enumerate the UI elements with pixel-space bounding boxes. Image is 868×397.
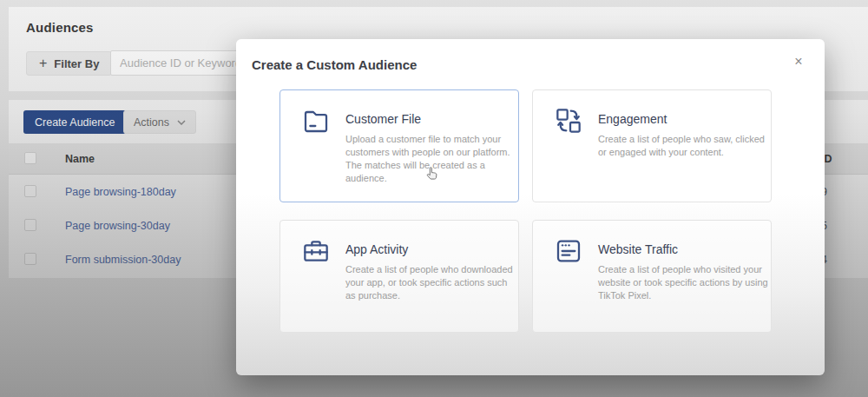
card-description: Create a list of people who saw, clicked… (598, 133, 770, 159)
website-traffic-card[interactable]: Website Traffic Create a list of people … (532, 220, 772, 333)
create-custom-audience-modal: Create a Custom Audience × Customer File… (236, 39, 825, 375)
card-title: Customer File (345, 112, 421, 126)
card-title: Engagement (598, 112, 667, 126)
card-title: App Activity (345, 242, 408, 256)
customer-file-card[interactable]: Customer File Upload a customer file to … (279, 89, 519, 202)
briefcase-icon (302, 237, 330, 265)
card-title: Website Traffic (598, 242, 678, 256)
app-activity-card[interactable]: App Activity Create a list of people who… (279, 220, 519, 333)
engagement-swap-icon (555, 107, 582, 135)
browser-window-icon (555, 237, 582, 265)
folder-icon (302, 107, 330, 135)
modal-title: Create a Custom Audience (252, 57, 417, 72)
card-description: Create a list of people who visited your… (598, 263, 770, 302)
engagement-card[interactable]: Engagement Create a list of people who s… (532, 89, 772, 202)
close-icon[interactable]: × (790, 53, 807, 70)
card-description: Create a list of people who downloaded y… (345, 263, 517, 302)
hand-cursor-icon (424, 165, 440, 182)
